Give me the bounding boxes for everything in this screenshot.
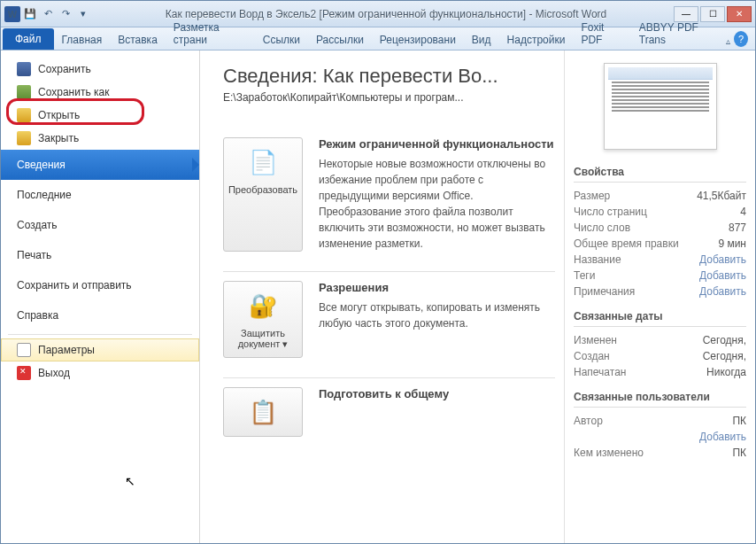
users-heading: Связанные пользователи [574,391,746,408]
property-row: ИзмененСегодня, [574,332,746,348]
prepare-block: 📋 Подготовить к общему [223,378,555,456]
property-row: Число слов877 [574,220,746,236]
property-row: ПримечанияДобавить [574,284,746,299]
tab-home[interactable]: Главная [54,30,111,50]
protect-icon: 🔐 [246,289,280,323]
property-value[interactable]: Добавить [699,285,746,298]
convert-title: Режим ограниченной функциональности [319,137,555,151]
prepare-title: Подготовить к общему [319,387,555,400]
tab-insert[interactable]: Вставка [110,30,166,50]
menu-options[interactable]: Параметры [1,338,199,361]
properties-panel: Свойства Размер41,5КбайтЧисло страниц4Чи… [565,51,755,543]
info-heading: Сведения: Как перевести Во... [223,65,555,88]
prepare-icon: 📋 [246,395,280,429]
property-row: Добавить [574,429,746,445]
property-value: 4 [740,206,746,218]
property-value: 9 мин [718,237,746,250]
ribbon-tabs: Файл Главная Вставка Разметка страни Ссы… [1,27,755,51]
save-icon[interactable]: 💾 [22,6,38,22]
property-row: Кем измененоПК [574,445,746,461]
close-icon [17,131,31,145]
property-value[interactable]: Добавить [699,431,746,443]
property-key: Название [574,253,621,266]
ribbon-collapse-icon[interactable]: ▵ [726,36,730,46]
property-key: Число слов [574,221,630,234]
backstage-view: Сохранить Сохранить как Открыть Закрыть … [1,51,755,543]
protect-desc: Все могут открывать, копировать и изменя… [319,299,555,331]
property-key: Примечания [574,285,635,298]
info-panel: Сведения: Как перевести Во... E:\Заработ… [200,51,565,543]
tab-addins[interactable]: Надстройки [499,30,574,50]
save-as-icon [17,85,31,99]
tab-file[interactable]: Файл [3,28,54,50]
convert-desc: Некоторые новые возможности отключены во… [319,156,555,252]
menu-close[interactable]: Закрыть [1,127,199,150]
dates-heading: Связанные даты [574,310,746,327]
protect-title: Разрешения [319,281,555,294]
qat-dropdown-icon[interactable]: ▾ [75,6,91,22]
property-key: Общее время правки [574,237,679,250]
convert-icon: 📄 [246,145,280,179]
quick-access-toolbar: W 💾 ↶ ↷ ▾ [4,6,91,22]
menu-exit[interactable]: Выход [1,361,199,385]
property-value: Сегодня, [703,334,746,346]
property-row: Число страниц4 [574,204,746,220]
property-row: НазваниеДобавить [574,252,746,268]
property-row: Размер41,5Кбайт [574,188,746,204]
open-icon [17,108,31,122]
property-key: Создан [574,350,610,362]
protect-block: 🔐 Защитить документ ▾ Разрешения Все мог… [223,272,555,378]
property-value: Сегодня, [703,350,746,362]
redo-icon[interactable]: ↷ [58,6,73,22]
menu-recent[interactable]: Последние [1,180,199,210]
property-key: Теги [574,269,595,282]
options-icon [17,343,31,357]
property-key: Автор [574,415,603,427]
property-row: НапечатанНикогда [574,364,746,380]
tab-view[interactable]: Вид [464,30,499,50]
close-button[interactable]: ✕ [727,6,752,22]
property-row: Общее время правки9 мин [574,236,746,252]
menu-save-send[interactable]: Сохранить и отправить [1,270,199,300]
separator [8,334,192,335]
undo-icon[interactable]: ↶ [40,6,56,22]
property-key: Изменен [574,334,617,346]
property-key: Кем изменено [574,447,644,459]
backstage-menu: Сохранить Сохранить как Открыть Закрыть … [1,51,200,543]
file-path: E:\Заработок\Копирайт\Компьютеры и прогр… [223,91,555,104]
tab-mailings[interactable]: Рассылки [308,30,372,50]
property-value: 877 [729,221,746,234]
help-icon[interactable]: ? [734,31,748,47]
property-key: Размер [574,190,610,202]
menu-new[interactable]: Создать [1,210,199,240]
property-key: Число страниц [574,206,647,218]
menu-open[interactable]: Открыть [1,104,199,127]
tab-references[interactable]: Ссылки [255,30,308,50]
protect-button[interactable]: 🔐 Защитить документ ▾ [223,281,303,358]
save-icon [17,62,31,76]
property-row: СозданСегодня, [574,348,746,364]
convert-button[interactable]: 📄 Преобразовать [223,137,303,252]
property-row: АвторПК [574,413,746,429]
menu-help[interactable]: Справка [1,300,199,330]
tab-abbyy[interactable]: ABBYY PDF Trans [631,18,726,50]
property-value: Никогда [706,366,746,378]
menu-save[interactable]: Сохранить [1,58,199,81]
property-value: 41,5Кбайт [697,190,746,202]
menu-print[interactable]: Печать [1,240,199,270]
prepare-button[interactable]: 📋 [223,387,303,437]
tab-review[interactable]: Рецензировани [372,30,464,50]
properties-heading[interactable]: Свойства [574,166,746,183]
tab-foxit[interactable]: Foxit PDF [573,18,630,50]
word-icon: W [4,6,20,22]
document-thumbnail[interactable] [604,63,717,150]
property-value[interactable]: Добавить [699,269,746,282]
cursor-icon: ↖ [125,474,135,488]
menu-info[interactable]: Сведения [1,150,199,180]
property-value[interactable]: Добавить [699,253,746,266]
convert-block: 📄 Преобразовать Режим ограниченной функц… [223,128,555,272]
tab-layout[interactable]: Разметка страни [166,18,255,50]
property-value: ПК [732,415,746,427]
menu-save-as[interactable]: Сохранить как [1,81,199,104]
exit-icon [17,366,31,380]
